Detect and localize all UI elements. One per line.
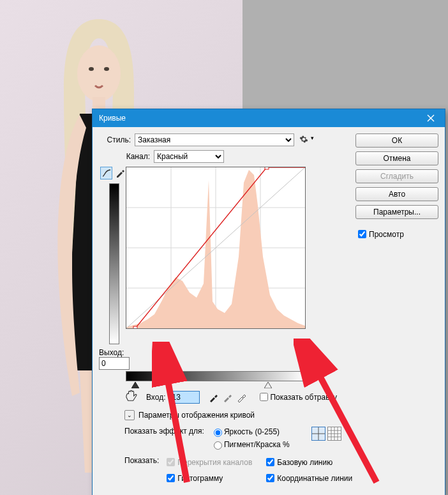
radio-brightness[interactable]: Яркость (0-255) (211, 427, 290, 437)
gear-icon[interactable]: ▾ (299, 135, 314, 146)
curves-dialog: Кривые Стиль: Заказная ▾ Канал: (92, 109, 445, 495)
show-effect-label: Показать эффект для: (124, 427, 204, 436)
close-button[interactable] (417, 109, 445, 127)
show-label: Показать: (124, 456, 159, 465)
cb-channel-overlay[interactable]: Перекрытия каналов (164, 456, 252, 468)
output-gradient (109, 183, 119, 344)
params-button[interactable]: Параметры... (355, 205, 438, 219)
grid-detailed-icon[interactable] (327, 427, 341, 441)
cb-gridlines[interactable]: Координатные линии (264, 472, 352, 484)
smooth-button[interactable]: Сгладить (355, 169, 438, 183)
hand-tool-icon[interactable] (124, 390, 138, 404)
curve-tool-icon[interactable] (100, 167, 112, 179)
input-field[interactable] (169, 391, 200, 404)
svg-point-1 (89, 67, 94, 71)
eyedropper-black-icon[interactable] (209, 392, 219, 402)
eyedropper-gray-icon[interactable] (223, 392, 233, 402)
curve-point-white (265, 167, 269, 169)
style-label: Стиль: (99, 135, 131, 144)
eyedropper-white-icon[interactable] (237, 392, 247, 402)
grid-simple-icon[interactable] (311, 427, 325, 441)
auto-button[interactable]: Авто (355, 187, 438, 201)
input-gradient[interactable] (126, 371, 306, 381)
show-clipping-checkbox[interactable]: Показать обтравку (257, 391, 337, 403)
svg-marker-12 (131, 382, 139, 388)
input-label: Вход: (146, 393, 165, 402)
output-label: Выход: (99, 348, 126, 357)
display-options-label: Параметры отображения кривой (138, 411, 255, 420)
channel-select[interactable]: Красный (154, 150, 224, 163)
cb-histogram[interactable]: Гистограмму (164, 472, 252, 484)
cancel-button[interactable]: Отмена (355, 151, 438, 165)
dialog-titlebar[interactable]: Кривые (93, 109, 445, 127)
channel-label: Канал: (118, 152, 150, 161)
svg-point-2 (104, 67, 109, 71)
style-select[interactable]: Заказная (135, 133, 294, 146)
preview-checkbox[interactable]: Просмотр (355, 228, 438, 240)
svg-marker-13 (264, 382, 272, 388)
pencil-tool-icon[interactable] (114, 167, 126, 179)
close-icon (427, 114, 435, 122)
curves-graph[interactable] (126, 167, 306, 329)
svg-point-0 (77, 45, 121, 102)
white-point-slider[interactable] (264, 382, 272, 388)
curve-point-black (133, 326, 137, 328)
output-field[interactable] (99, 357, 130, 370)
black-point-slider[interactable] (131, 382, 139, 388)
ok-button[interactable]: ОК (355, 133, 438, 148)
display-options-toggle[interactable]: ⌄ (124, 410, 135, 420)
cb-baseline[interactable]: Базовую линию (264, 456, 352, 468)
radio-pigment[interactable]: Пигмент/Краска % (211, 439, 290, 450)
dialog-title: Кривые (99, 114, 126, 123)
